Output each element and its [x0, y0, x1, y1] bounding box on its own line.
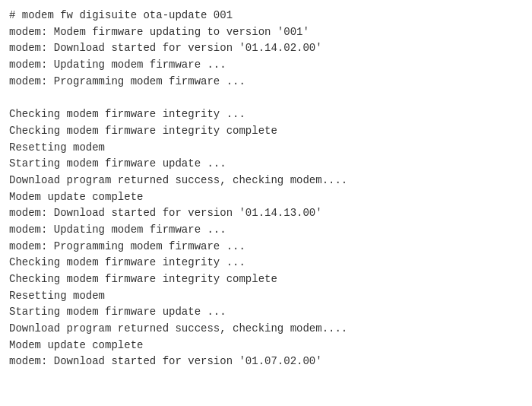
terminal-line: Modem update complete — [9, 338, 523, 354]
terminal-output: # modem fw digisuite ota-update 001modem… — [0, 0, 532, 406]
terminal-line: Checking modem firmware integrity comple… — [9, 271, 523, 288]
terminal-line: modem: Programming modem firmware ... — [9, 239, 523, 255]
terminal-line: modem: Programming modem firmware ... — [9, 74, 523, 90]
terminal-line: modem: Download started for version '01.… — [9, 40, 523, 57]
terminal-line: Modem update complete — [9, 189, 523, 206]
terminal-line: # modem fw digisuite ota-update 001 — [9, 8, 523, 24]
terminal-line: modem: Updating modem firmware ... — [9, 222, 523, 239]
terminal-line: modem: Updating modem firmware ... — [9, 57, 523, 74]
terminal-line: Checking modem firmware integrity ... — [9, 255, 523, 271]
terminal-line: modem: Download started for version '01.… — [9, 205, 523, 222]
terminal-line: Resetting modem — [9, 288, 523, 305]
terminal-line: Checking modem firmware integrity comple… — [9, 123, 523, 140]
terminal-line: Starting modem firmware update ... — [9, 304, 523, 321]
terminal-line: modem: Modem firmware updating to versio… — [9, 24, 523, 41]
terminal-line: Resetting modem — [9, 140, 523, 157]
terminal-line: Checking modem firmware integrity ... — [9, 106, 523, 123]
terminal-line: Download program returned success, check… — [9, 321, 523, 338]
terminal-line: Download program returned success, check… — [9, 173, 523, 189]
terminal-line: modem: Download started for version '01.… — [9, 354, 523, 370]
terminal-empty-line — [9, 90, 523, 106]
terminal-line: Starting modem firmware update ... — [9, 156, 523, 173]
